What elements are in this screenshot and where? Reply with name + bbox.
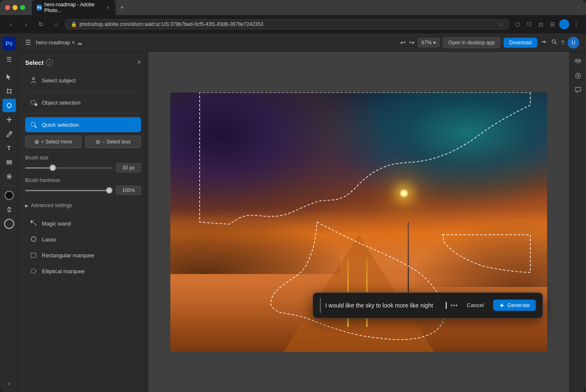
- magic-wand-tool[interactable]: Magic wand: [25, 216, 141, 231]
- brush-size-slider-row: 30 px: [25, 163, 141, 172]
- canvas-area: .marching-ants { fill: none; stroke: whi…: [148, 52, 569, 392]
- panel-close-button[interactable]: ×: [137, 59, 141, 66]
- redo-button[interactable]: ↪: [409, 38, 414, 46]
- collapse-toolbar-button[interactable]: «: [3, 379, 16, 389]
- close-button[interactable]: [5, 5, 10, 10]
- browser-menu[interactable]: ⋮: [576, 5, 581, 10]
- toolbar-divider: [3, 186, 15, 186]
- toolbar-bottom: «: [3, 379, 16, 389]
- quick-selection-tool[interactable]: Quick selection: [25, 117, 141, 132]
- svg-line-19: [555, 43, 557, 44]
- address-bar[interactable]: 🔒 photoshop.adobe.com/id/urn:aaid:sc:US:…: [65, 19, 509, 29]
- layers-panel-icon[interactable]: [572, 55, 584, 68]
- minimize-button[interactable]: [13, 5, 18, 10]
- cancel-button[interactable]: Cancel: [462, 300, 488, 311]
- resize-tool[interactable]: [3, 203, 16, 216]
- brush-tool[interactable]: [3, 127, 16, 141]
- svg-line-24: [35, 126, 36, 128]
- generate-button[interactable]: Generate: [493, 300, 536, 311]
- cast-icon[interactable]: ⊡: [536, 19, 546, 29]
- pocket-icon[interactable]: ☰: [547, 19, 558, 29]
- brush-hardness-input[interactable]: 100%: [116, 186, 141, 195]
- ps-hamburger-tool[interactable]: ☰: [3, 53, 16, 66]
- brush-hardness-thumb[interactable]: [106, 187, 113, 194]
- elliptical-marquee-tool[interactable]: Elliptical marquee: [25, 264, 141, 279]
- type-tool[interactable]: T: [3, 141, 16, 155]
- adjust-panel-icon[interactable]: [572, 69, 584, 82]
- tab-close-button[interactable]: ×: [105, 5, 111, 10]
- tool-divider-1: [25, 91, 141, 92]
- extensions-icon[interactable]: ⬡: [512, 19, 522, 29]
- healing-tool[interactable]: [3, 113, 16, 126]
- app-header: ☰ hero-roadmap ▾ ☁ ↩ ↪ 67% ▾ Open in des…: [18, 33, 586, 52]
- share-button[interactable]: [541, 38, 547, 46]
- browser-more-icon[interactable]: ⋮: [571, 19, 581, 29]
- svg-point-23: [31, 122, 35, 126]
- brush-size-input[interactable]: 30 px: [116, 163, 141, 172]
- shield-icon[interactable]: 🛡: [524, 19, 534, 29]
- download-button[interactable]: Download: [504, 38, 537, 48]
- adjustment-tool[interactable]: [3, 170, 16, 183]
- tool-divider-2: [25, 113, 141, 114]
- undo-button[interactable]: ↩: [400, 38, 406, 46]
- more-options-button[interactable]: [451, 305, 457, 306]
- crop-tool[interactable]: [3, 85, 16, 98]
- layers-tool[interactable]: [3, 156, 16, 169]
- workspace: Select i × Select subject: [18, 52, 586, 392]
- browser-tabs: Ps hero-roadmap - Adobe Photo... × +: [32, 0, 573, 15]
- advanced-settings-toggle[interactable]: ▶ Advanced settings: [25, 200, 141, 211]
- active-tab[interactable]: Ps hero-roadmap - Adobe Photo... ×: [32, 0, 116, 15]
- help-button[interactable]: ?: [561, 39, 564, 46]
- object-selection-label: Object selection: [42, 100, 81, 106]
- select-subject-tool[interactable]: Select subject: [25, 73, 141, 88]
- right-sidebar: [569, 52, 586, 392]
- circle-select-tool[interactable]: [3, 217, 16, 231]
- select-more-button[interactable]: ⊕ + Select more: [25, 136, 82, 148]
- quick-selection-label: Quick selection: [42, 122, 79, 128]
- rectangular-marquee-tool[interactable]: Rectangular marquee: [25, 248, 141, 263]
- svg-rect-9: [7, 161, 12, 162]
- svg-rect-27: [31, 253, 36, 257]
- open-desktop-button[interactable]: Open in desktop app: [443, 37, 500, 48]
- selection-brush-tool[interactable]: [3, 99, 16, 112]
- home-button[interactable]: ⌂: [50, 18, 62, 30]
- refresh-button[interactable]: ↻: [35, 18, 47, 30]
- brush-size-track[interactable]: [25, 167, 112, 169]
- svg-point-5: [7, 103, 11, 108]
- svg-point-12: [8, 176, 10, 177]
- svg-point-18: [552, 40, 555, 43]
- black-swatch[interactable]: [3, 189, 16, 202]
- sun: [399, 189, 409, 198]
- comments-icon[interactable]: [572, 84, 584, 96]
- brush-hardness-section: Brush hardness 100%: [25, 177, 141, 195]
- magic-wand-icon: [29, 219, 38, 228]
- more-tools-list: Magic wand Lasso Rectangul: [25, 216, 141, 279]
- brush-hardness-track[interactable]: [25, 190, 112, 191]
- lock-icon: 🔒: [71, 21, 77, 27]
- back-button[interactable]: ‹: [5, 18, 17, 30]
- svg-marker-0: [7, 74, 10, 80]
- hamburger-menu[interactable]: ☰: [25, 38, 31, 46]
- user-avatar[interactable]: U: [568, 37, 579, 49]
- zoom-selector[interactable]: 67% ▾: [418, 38, 440, 47]
- svg-rect-7: [7, 119, 12, 120]
- info-icon[interactable]: i: [46, 59, 53, 66]
- svg-point-20: [33, 78, 35, 80]
- lasso-tool[interactable]: Lasso: [25, 232, 141, 247]
- object-selection-icon: [29, 98, 38, 107]
- browser-toolbar: ‹ › ↻ ⌂ 🔒 photoshop.adobe.com/id/urn:aai…: [0, 15, 586, 33]
- forward-button[interactable]: ›: [20, 18, 32, 30]
- panel-title: Select: [25, 59, 44, 66]
- brush-hardness-slider-row: 100%: [25, 186, 141, 195]
- svg-line-25: [34, 223, 36, 225]
- tab-favicon: Ps: [37, 5, 42, 10]
- svg-point-26: [31, 221, 32, 222]
- pointer-tool[interactable]: [3, 70, 16, 84]
- profile-icon[interactable]: [559, 19, 569, 29]
- select-less-button[interactable]: ⊖ − Select less: [85, 136, 141, 148]
- new-tab-button[interactable]: +: [117, 3, 127, 13]
- maximize-button[interactable]: [20, 5, 25, 10]
- object-selection-tool[interactable]: Object selection: [25, 95, 141, 110]
- brush-size-thumb[interactable]: [49, 164, 56, 171]
- search-button[interactable]: [551, 38, 558, 46]
